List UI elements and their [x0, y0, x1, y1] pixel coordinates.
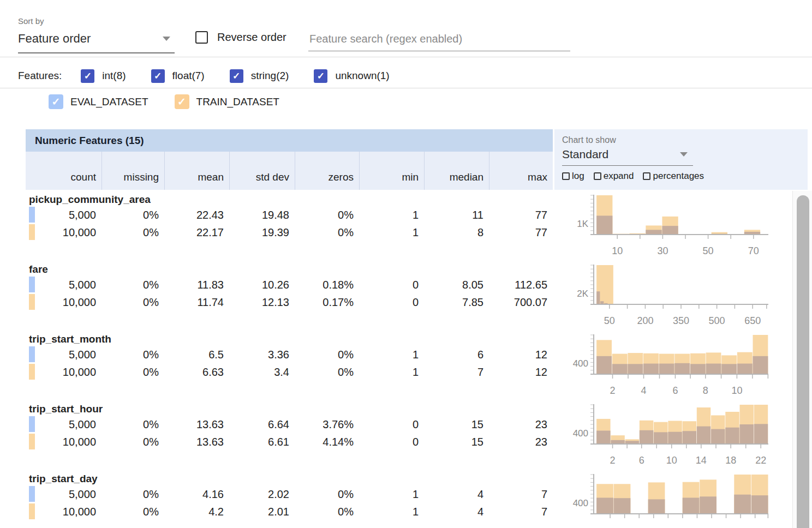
- vertical-scrollbar[interactable]: [792, 191, 812, 528]
- svg-text:50: 50: [703, 245, 714, 256]
- train-dataset-marker: [29, 224, 35, 240]
- svg-text:2: 2: [610, 455, 616, 466]
- stat-cell: 15: [424, 416, 489, 433]
- stat-cell: 0%: [101, 346, 164, 363]
- svg-text:400: 400: [573, 428, 588, 439]
- stat-row-train: 10,0000%13.636.614.14%01523: [26, 433, 553, 451]
- svg-text:500: 500: [709, 315, 725, 326]
- stat-cell: 11.83: [164, 276, 229, 293]
- numeric-features-title: Numeric Features (15): [35, 135, 144, 147]
- stat-cell: 10.26: [229, 276, 295, 293]
- stat-row-train: 10,0000%6.633.40%1712: [26, 363, 553, 381]
- eval-dataset-marker: [29, 416, 35, 432]
- eval-dataset-marker: [29, 277, 35, 292]
- dataset-label: EVAL_DATASET: [70, 96, 148, 108]
- feature-group-fare: fare5,0000%11.8310.260.18%08.05112.6510,…: [26, 262, 553, 332]
- type-filter-label: float(7): [172, 70, 205, 82]
- chart-option-label: log: [572, 171, 584, 182]
- eval-dataset-marker: [29, 346, 35, 362]
- type-filter-float[interactable]: ✓float(7): [151, 69, 205, 83]
- stat-cell: 5,000: [26, 206, 101, 224]
- column-header-std-dev: std dev: [229, 152, 295, 190]
- chart-type-dropdown[interactable]: Standard: [562, 146, 693, 166]
- type-filter-int[interactable]: ✓int(8): [81, 69, 126, 83]
- stat-cell: 5,000: [26, 485, 101, 503]
- stat-cell: 7: [424, 363, 489, 381]
- chart-option-log[interactable]: log: [562, 171, 584, 182]
- stat-cell: 10,000: [26, 363, 101, 381]
- checkbox-checked-icon[interactable]: ✓: [175, 94, 189, 109]
- stat-cell: 4.16: [164, 485, 229, 503]
- stat-cell: 0%: [295, 224, 359, 241]
- stat-cell: 77: [489, 206, 553, 224]
- feature-name: trip_start_month: [26, 332, 553, 346]
- dataset-label: TRAIN_DATASET: [196, 96, 279, 108]
- svg-text:200: 200: [637, 315, 653, 326]
- stat-cell: 23: [489, 416, 553, 433]
- chart-controls-panel: Chart to show Standard logexpandpercenta…: [554, 129, 808, 190]
- stat-cell: 0%: [295, 363, 359, 381]
- facets-overview-app: Sort by Feature order Reverse order Feat…: [0, 0, 812, 528]
- type-filter-string[interactable]: ✓string(2): [230, 69, 289, 83]
- stat-cell: 0%: [101, 293, 164, 311]
- svg-text:30: 30: [657, 245, 668, 256]
- checkbox-checked-icon[interactable]: ✓: [81, 69, 94, 83]
- svg-text:2K: 2K: [577, 289, 588, 299]
- checkbox-checked-icon[interactable]: ✓: [230, 69, 243, 83]
- feature-name: trip_start_hour: [26, 401, 553, 416]
- histogram-trip_start_month: 400246810: [562, 332, 797, 400]
- stat-cell: 700.07: [489, 293, 553, 311]
- svg-text:650: 650: [744, 315, 761, 326]
- stat-cell: 7: [489, 503, 553, 520]
- stat-cell: 4: [424, 485, 489, 503]
- chart-option-expand[interactable]: expand: [594, 171, 634, 182]
- column-header-zeros: zeros: [295, 152, 359, 190]
- scrollbar-thumb[interactable]: [797, 195, 809, 528]
- checkbox-unchecked-icon[interactable]: [594, 172, 601, 180]
- checkbox-checked-icon[interactable]: ✓: [314, 69, 327, 83]
- stat-row-eval: 5,0000%6.53.360%1612: [26, 346, 553, 363]
- stat-cell: 0%: [101, 503, 164, 520]
- dataset-toggle-train_dataset[interactable]: ✓TRAIN_DATASET: [175, 94, 279, 109]
- type-filter-unknown[interactable]: ✓unknown(1): [314, 69, 389, 83]
- reverse-order-label: Reverse order: [217, 31, 286, 44]
- checkbox-unchecked-icon[interactable]: [195, 31, 208, 44]
- checkbox-unchecked-icon[interactable]: [562, 172, 570, 180]
- chart-option-list: logexpandpercentages: [562, 171, 808, 182]
- checkbox-checked-icon[interactable]: ✓: [151, 69, 165, 83]
- stat-row-eval: 5,0000%13.636.643.76%01523: [26, 416, 553, 433]
- chart-option-percentages[interactable]: percentages: [643, 171, 704, 182]
- stat-cell: 77: [489, 224, 553, 241]
- stat-cell: 2.01: [229, 503, 295, 520]
- stat-cell: 0: [359, 433, 424, 451]
- stat-cell: 10,000: [26, 224, 101, 241]
- chevron-down-icon: [163, 37, 170, 41]
- stat-row-eval: 5,0000%22.4319.480%11177: [26, 206, 553, 224]
- feature-search-input[interactable]: [308, 28, 570, 51]
- svg-text:6: 6: [639, 455, 644, 466]
- divider: [0, 57, 812, 57]
- histogram-trip_start_day: 400: [562, 471, 797, 528]
- stat-cell: 0: [359, 416, 424, 433]
- stat-cell: 0.18%: [295, 276, 359, 293]
- svg-text:2: 2: [610, 385, 616, 396]
- checkbox-checked-icon[interactable]: ✓: [49, 94, 63, 109]
- sort-by-dropdown[interactable]: Feature order: [18, 31, 175, 53]
- stat-cell: 112.65: [489, 276, 553, 293]
- stat-cell: 0: [359, 276, 424, 293]
- train-dataset-marker: [29, 294, 35, 310]
- sort-by-label: Sort by: [18, 16, 44, 26]
- checkbox-unchecked-icon[interactable]: [643, 172, 650, 180]
- stat-cell: 0%: [101, 224, 164, 241]
- svg-text:400: 400: [573, 498, 588, 508]
- eval-dataset-marker: [29, 486, 35, 502]
- dataset-toggle-eval_dataset[interactable]: ✓EVAL_DATASET: [49, 94, 148, 109]
- stat-cell: 1: [359, 485, 424, 503]
- stat-cell: 10,000: [26, 503, 101, 520]
- stats-column-headers: countmissingmeanstd devzerosminmedianmax: [26, 152, 553, 190]
- sort-by-value: Feature order: [18, 32, 91, 46]
- stat-cell: 1: [359, 346, 424, 363]
- reverse-order-checkbox[interactable]: Reverse order: [195, 31, 286, 44]
- stat-cell: 3.36: [229, 346, 295, 363]
- stat-cell: 6.63: [164, 363, 229, 381]
